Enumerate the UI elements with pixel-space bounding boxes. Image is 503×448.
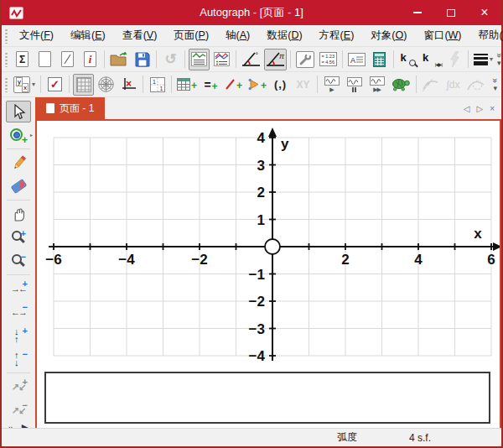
results-box-button[interactable]: = 1.23= 4.56 [318,49,339,70]
degrees-mode-button[interactable]: ° [240,49,262,70]
menu-item-equation[interactable]: 方程(E) [311,25,363,46]
polar-grid-button[interactable] [96,74,117,96]
toolbar2-overflow-button[interactable]: » ▾ [491,76,499,93]
hide-axes-button[interactable]: × [118,74,139,96]
page-tab[interactable]: 页面 - 1 [35,97,105,119]
zoom-out-x-tool-button[interactable]: −←→ [6,301,31,323]
svg-text:−6: −6 [45,252,61,268]
replay-plot-button[interactable]: ▶ [321,74,342,96]
menu-item-window[interactable]: 窗口(W) [415,25,469,46]
new-stats-page-button[interactable]: Σ [12,49,33,70]
add-equation-button[interactable]: =+ [200,74,221,96]
toolbar-separator [184,50,185,68]
fast-plot-button[interactable]: ▶▶ [366,74,387,96]
zoom-out-x-tool-icon: −←→ [9,304,28,320]
hide-axes-icon: × [121,77,137,92]
prev-tab-button[interactable]: ◁ [464,104,470,113]
advanced-level-button[interactable] [211,49,232,70]
menu-item-help[interactable]: 帮助(H) [470,25,503,46]
add-line-button[interactable]: + [223,74,244,96]
slow-plot-button[interactable] [389,74,412,96]
menu-item-axes[interactable]: 轴(A) [217,25,258,46]
select-tool-button[interactable] [6,101,31,122]
svg-text:= 1.23: = 1.23 [322,54,334,59]
svg-text:3: 3 [257,158,265,174]
grid-toggle-button[interactable] [73,74,94,96]
minimize-icon [413,12,422,13]
zoom-out-tool-button[interactable]: − [6,250,31,272]
add-table-icon: + [177,78,197,91]
menu-item-edit[interactable]: 编辑(E) [62,25,114,46]
animation-controller-button[interactable]: k|◀▶| [420,49,442,70]
toolbar-separator [7,200,30,201]
autograph-resources-button [443,49,464,70]
zoom-in-y-tool-button[interactable]: +→← [6,325,31,346]
drag-tool-button[interactable] [6,203,31,225]
add-coordinates-button[interactable]: (,) [270,74,291,96]
minimize-button[interactable] [401,0,434,25]
open-file-button[interactable] [108,49,130,70]
constant-controller-button[interactable]: k [397,49,418,70]
default-scales-button[interactable]: ✓ [44,74,65,96]
overflow-chevron-icon: » [490,78,500,82]
menu-item-view[interactable]: 查看(V) [114,25,166,46]
equal-aspect-button[interactable]: 11 [147,74,168,96]
maximize-icon [447,9,455,17]
close-tab-button[interactable]: × [490,104,495,113]
eraser-tool-icon [12,182,26,190]
slow-plot-icon [391,77,411,91]
zoom-in-tool-button[interactable]: + [6,227,31,248]
next-tab-button[interactable]: ▷ [476,104,483,113]
page-icon [46,103,54,113]
maximize-button[interactable] [434,0,468,25]
page-tab-bar: 页面 - 1 ◁ ▷ × [35,97,501,119]
toolbar1-overflow-button[interactable]: » ▾ [495,50,503,68]
page-tab-label: 页面 - 1 [60,102,94,116]
graph-page[interactable]: −6−4−22464321−1−2−3−4xy [35,119,501,428]
new-extras-page-button[interactable] [57,49,78,70]
text-box-button[interactable]: A [346,49,367,70]
about-autograph-button[interactable]: i [80,49,101,70]
line-thickness-button[interactable]: ▾ [472,49,495,70]
calculator-button[interactable] [369,49,390,70]
standard-level-button[interactable] [189,49,210,70]
graph-canvas[interactable]: −6−4−22464321−1−2−3−4xy [37,121,500,372]
save-file-button[interactable] [132,49,153,70]
toolbar2-grip[interactable] [4,77,8,92]
svg-text:−2: −2 [191,252,207,268]
zoom-in-x-tool-button[interactable]: +→← [6,278,31,300]
add-coordinates-icon: (,) [274,78,287,91]
zoom-out-y-tool-button[interactable]: −←→ [6,348,31,370]
svg-text:2: 2 [257,185,265,201]
add-vector-icon: + [247,78,267,91]
menu-item-object[interactable]: 对象(O) [362,25,415,46]
new-graph-page-button[interactable] [34,49,55,70]
zoom-in-y-tool-icon: +→← [9,327,28,344]
circle-transform-button [465,74,486,96]
integral-function-button: ∫dx [443,74,464,96]
radians-mode-button[interactable]: π [264,49,287,70]
menu-item-file[interactable]: 文件(F) [11,25,62,46]
add-point-tool-button[interactable]: +▸ [6,124,31,146]
scribble-tool-button[interactable] [6,152,31,174]
standard-level-icon [191,52,207,66]
add-equation-icon: =+ [204,78,217,91]
menu-item-data[interactable]: 数据(D) [258,25,310,46]
toolbar-separator [7,148,30,149]
axes-settings-button[interactable] [294,49,316,70]
axes-ranges-icon: yx▾ [13,76,35,93]
autograph-app-icon [9,7,23,19]
toolbar1-grip[interactable] [4,52,8,67]
menu-item-page[interactable]: 页面(P) [165,25,217,46]
grid-toggle-icon [76,77,91,92]
axes-ranges-button[interactable]: yx▾ [12,74,37,96]
undo-button: ↺ [160,49,181,70]
add-vector-button[interactable]: + [246,74,268,96]
fast-plot-icon: ▶▶ [370,76,385,92]
add-table-button[interactable]: + [175,74,199,96]
menubar-grip[interactable] [4,29,8,44]
close-button[interactable]: × [468,0,501,25]
pause-plot-button[interactable] [344,74,365,96]
toolbar-separator [236,50,236,68]
eraser-tool-button[interactable] [6,175,31,197]
